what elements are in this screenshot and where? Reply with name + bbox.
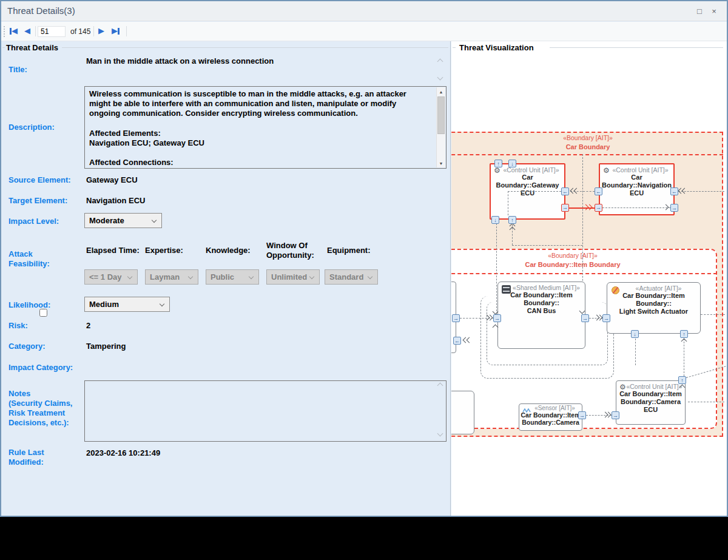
port-left-icon: ← bbox=[595, 187, 602, 195]
group-line bbox=[62, 47, 448, 48]
port-right-icon: → bbox=[670, 204, 678, 212]
camera-sensor-node[interactable]: «Sensor [AIT]» Car Boundary::Item Bounda… bbox=[519, 403, 582, 431]
previous-record-button[interactable]: ◀ bbox=[24, 25, 30, 36]
window-of-opportunity-value: Unlimited bbox=[271, 272, 307, 282]
scroll-down-icon[interactable] bbox=[438, 431, 443, 436]
arrowhead bbox=[580, 309, 584, 313]
chevron-down-icon bbox=[188, 274, 193, 279]
notes-textarea[interactable] bbox=[84, 380, 447, 442]
car-boundary-stereotype: «Boundary [AIT]» bbox=[512, 134, 664, 141]
item-boundary-stereotype: «Boundary [AIT]» bbox=[485, 252, 661, 259]
port-down-icon: ↓ bbox=[491, 216, 499, 224]
toolbar-grip-icon[interactable] bbox=[4, 26, 5, 37]
arrowhead bbox=[488, 315, 492, 320]
likelihood-dropdown[interactable]: Medium bbox=[84, 297, 170, 312]
red-arrowhead bbox=[587, 205, 592, 209]
equipment-dropdown: Standard bbox=[325, 269, 378, 285]
group-line bbox=[453, 47, 456, 48]
next-record-button[interactable]: ▶ bbox=[98, 25, 104, 36]
first-record-button[interactable]: ◀ bbox=[10, 25, 18, 36]
title-value[interactable]: Man in the middle attack on a wireless c… bbox=[86, 56, 426, 66]
close-button[interactable]: × bbox=[709, 6, 720, 17]
gear-icon: ⚙ bbox=[619, 383, 626, 391]
toolbar-separator bbox=[93, 26, 94, 36]
last-record-bar-icon bbox=[118, 28, 120, 35]
category-value: Tampering bbox=[86, 342, 126, 351]
arrowhead bbox=[493, 309, 497, 314]
window-of-opportunity-dropdown: Unlimited bbox=[266, 269, 320, 285]
arrowhead bbox=[575, 189, 579, 193]
arrowhead bbox=[682, 339, 686, 343]
scroll-up-icon[interactable] bbox=[438, 59, 443, 64]
maximize-button[interactable]: □ bbox=[694, 6, 705, 17]
port-up-icon: ↑ bbox=[680, 330, 688, 338]
connector bbox=[508, 191, 508, 215]
arrowhead bbox=[510, 228, 514, 232]
elapsed-time-label: Elapsed Time: bbox=[86, 246, 140, 255]
title-bar[interactable]: Threat Details(3) □ × bbox=[1, 1, 727, 21]
knowledge-value: Public bbox=[211, 272, 234, 282]
light-switch-actuator-node[interactable]: «Actuator [AIT]» Car Boundary::Item Boun… bbox=[607, 282, 701, 334]
description-scrollbar[interactable]: ▲ ▼ bbox=[436, 87, 445, 167]
threat-visualization-panel: Threat Visualization «Boundary [AIT]» Ca… bbox=[451, 41, 727, 517]
camera-ecu-stereotype: «Control Unit [AIT]» bbox=[616, 383, 685, 390]
threat-details-form: Threat Details Title: Man in the middle … bbox=[1, 41, 451, 517]
clipped-node[interactable]: dary:: bbox=[451, 391, 474, 434]
scrollbar-thumb[interactable] bbox=[437, 96, 445, 134]
arrowhead bbox=[606, 413, 610, 417]
connector bbox=[512, 245, 582, 246]
window-of-opportunity-label: Window Of Opportunity: bbox=[266, 241, 314, 260]
record-number-input[interactable] bbox=[38, 26, 66, 37]
car-boundary-label-divider bbox=[451, 154, 723, 155]
connector bbox=[496, 223, 497, 314]
light-switch-actuator-name: Car Boundary::Item Boundary:: Light Swit… bbox=[607, 292, 700, 315]
camera-ecu-node[interactable]: ⚙ «Control Unit [AIT]» Car Boundary::Ite… bbox=[616, 380, 686, 425]
last-record-arrow-icon: ▶ bbox=[112, 25, 118, 36]
description-label: Description: bbox=[8, 123, 55, 132]
group-line bbox=[2, 47, 5, 48]
scroll-down-icon[interactable] bbox=[438, 75, 443, 80]
port-down-icon: ↓ bbox=[508, 160, 516, 167]
chevron-down-icon bbox=[249, 274, 254, 279]
arrowhead bbox=[680, 385, 684, 390]
attack-feasibility-label: Attack Feasibility: bbox=[8, 249, 50, 269]
expertise-dropdown: Layman bbox=[145, 269, 198, 285]
impact-level-value: Moderate bbox=[89, 216, 124, 225]
risk-label: Risk: bbox=[8, 321, 28, 331]
scroll-up-arrow-icon[interactable]: ▲ bbox=[437, 87, 445, 96]
source-element-value: Gateway ECU bbox=[86, 175, 138, 185]
light-switch-actuator-stereotype: «Actuator [AIT]» bbox=[607, 285, 700, 292]
arrowhead bbox=[664, 205, 668, 209]
rule-last-modified-label: Rule Last Modified: bbox=[8, 448, 44, 467]
shared-medium-icon bbox=[502, 285, 511, 294]
connector bbox=[602, 207, 670, 208]
description-textarea[interactable]: Wireless communication is susceptible to… bbox=[84, 86, 447, 169]
can-bus-node[interactable]: «Shared Medium [AIT]» Car Boundary::Item… bbox=[497, 282, 585, 349]
scroll-up-icon[interactable] bbox=[438, 383, 443, 388]
arrowhead bbox=[467, 338, 471, 342]
connector bbox=[701, 314, 725, 315]
previous-record-arrow-icon: ◀ bbox=[24, 25, 30, 36]
item-boundary-name: Car Boundary::Item Boundary bbox=[485, 261, 661, 268]
last-record-button[interactable]: ▶ bbox=[112, 25, 120, 36]
target-element-value: Navigation ECU bbox=[86, 196, 146, 206]
can-bus-stereotype: «Shared Medium [AIT]» bbox=[498, 284, 585, 291]
target-element-label: Target Element: bbox=[8, 196, 67, 206]
notes-label: Notes (Security Claims, Risk Treatment D… bbox=[8, 389, 73, 428]
gateway-ecu-name: Car Boundary::Gateway ECU bbox=[491, 174, 564, 197]
impact-level-dropdown[interactable]: Moderate bbox=[84, 213, 162, 228]
chevron-down-icon bbox=[152, 218, 157, 223]
connector bbox=[635, 339, 636, 365]
port-up-icon: ↑ bbox=[508, 216, 516, 224]
chevron-down-icon bbox=[368, 274, 372, 279]
likelihood-value: Medium bbox=[89, 300, 119, 309]
scroll-down-arrow-icon[interactable]: ▼ bbox=[437, 159, 445, 167]
expertise-label: Expertise: bbox=[145, 246, 183, 255]
group-line bbox=[550, 47, 723, 48]
car-boundary-name: Car Boundary bbox=[512, 143, 664, 150]
camera-ecu-name: Car Boundary::Item Boundary::Camera ECU bbox=[616, 390, 685, 414]
equipment-label: Equipment: bbox=[327, 246, 371, 255]
port-right-icon: → bbox=[578, 411, 586, 419]
connector bbox=[688, 402, 724, 402]
title-label: Title: bbox=[8, 65, 27, 75]
